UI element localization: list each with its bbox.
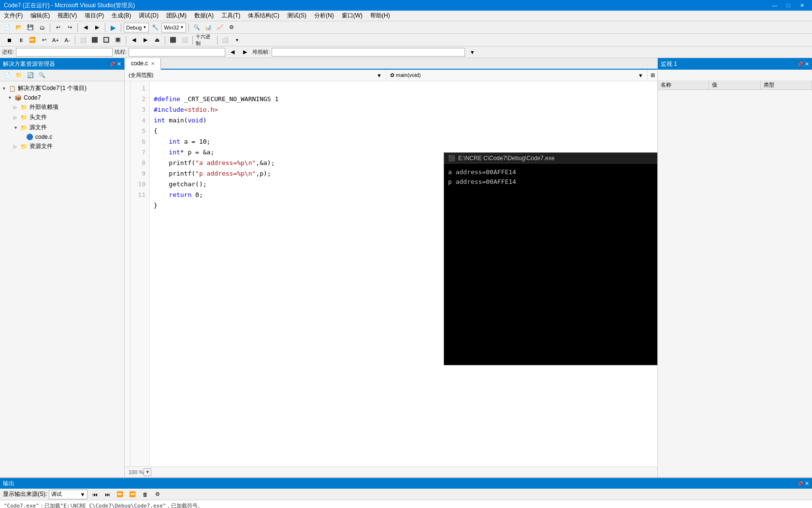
nav-expand-btn[interactable]: ⊞ xyxy=(648,71,657,80)
tb2-btn9[interactable]: 🔲 xyxy=(101,35,112,45)
wp-col-type: 类型 xyxy=(761,80,812,90)
op-btn3[interactable]: ⏩ xyxy=(115,490,125,499)
sources-item[interactable]: ▼ 📁 源文件 xyxy=(0,122,124,133)
save-all-btn[interactable]: 🗂 xyxy=(37,23,47,32)
tb-icon2[interactable]: 🔍 xyxy=(191,23,202,32)
tb2-btn3[interactable]: ⏩ xyxy=(27,35,38,45)
menu-build[interactable]: 生成(B) xyxy=(108,11,135,21)
wp-close[interactable]: ✕ xyxy=(805,61,809,67)
op-btn6[interactable]: ⚙ xyxy=(152,490,163,499)
op-btn1[interactable]: ⏮ xyxy=(89,490,100,499)
tb-icon3[interactable]: 📊 xyxy=(203,23,214,32)
se-pin[interactable]: 📌 xyxy=(109,61,115,67)
wp-col-headers: 名称 值 类型 xyxy=(658,80,812,90)
tb2-btn2[interactable]: ⏸ xyxy=(15,35,26,45)
op-content[interactable]: "Code7.exe"：已加载"E:\NCRE C\Code7\Debug\Co… xyxy=(0,500,812,508)
op-btn4[interactable]: ⏪ xyxy=(127,490,138,499)
tb-icon1[interactable]: 🔧 xyxy=(150,23,160,32)
tab-code-c[interactable]: code.c ✕ xyxy=(125,58,161,70)
project-item[interactable]: ▼ 📦 Code7 xyxy=(0,93,124,102)
tab-close-icon[interactable]: ✕ xyxy=(151,61,155,66)
zoom-bar: 100 % ▼ xyxy=(125,466,657,477)
tb2-btn12[interactable]: ▶ xyxy=(140,35,151,45)
platform-dropdown[interactable]: Win32▼ xyxy=(161,23,186,32)
tb2-btn14[interactable]: ⬛ xyxy=(168,35,178,45)
output-source-dropdown[interactable]: 调试 ▼ xyxy=(49,490,87,499)
function-dropdown[interactable]: ✿ main(void) ▼ xyxy=(386,70,648,81)
sep9 xyxy=(192,36,193,45)
tb-icon4[interactable]: 📈 xyxy=(215,23,225,32)
resources-item[interactable]: ▷ 📁 资源文件 xyxy=(0,141,124,151)
tb2-btn10[interactable]: 🔳 xyxy=(113,35,123,45)
menu-analyze[interactable]: 分析(N) xyxy=(310,11,338,21)
code-file-item[interactable]: 🔵 code.c xyxy=(0,133,124,141)
menu-team[interactable]: 团队(M) xyxy=(162,11,190,21)
tb2-btn6[interactable]: A- xyxy=(62,35,72,45)
menu-tools[interactable]: 工具(T) xyxy=(218,11,244,21)
editor-area: code.c ✕ (全局范围) ▼ ✿ main(void) ▼ ⊞ 1 2 3… xyxy=(125,58,657,477)
se-tree: ▼ 📋 解决方案'Code7'(1 个项目) ▼ 📦 Code7 ▷ 📁 外部依… xyxy=(0,81,124,477)
menu-window[interactable]: 窗口(W) xyxy=(338,11,366,21)
menu-data[interactable]: 数据(A) xyxy=(190,11,218,21)
tb2-btn1[interactable]: ⏹ xyxy=(4,35,14,45)
tb2-btn11[interactable]: ◀ xyxy=(129,35,139,45)
tb2-btn17[interactable]: ▾ xyxy=(232,35,242,45)
undo-btn[interactable]: ↩ xyxy=(53,23,63,32)
menu-architecture[interactable]: 体系结构(C) xyxy=(244,11,283,21)
headers-item[interactable]: ▷ 📁 头文件 xyxy=(0,112,124,122)
save-btn[interactable]: 💾 xyxy=(25,23,36,32)
tb2-btn15[interactable]: ⬜ xyxy=(179,35,190,45)
sep1 xyxy=(50,23,50,32)
menu-project[interactable]: 项目(P) xyxy=(81,11,108,21)
process-input[interactable] xyxy=(16,48,113,57)
thread-input[interactable] xyxy=(129,48,225,57)
tb2-btn8[interactable]: ⬛ xyxy=(89,35,100,45)
tb2-btn4[interactable]: ↩ xyxy=(39,35,49,45)
tb2-btn13[interactable]: ⏏ xyxy=(152,35,162,45)
zoom-btn[interactable]: ▼ xyxy=(144,468,151,476)
se-btn3[interactable]: 🔄 xyxy=(25,71,36,80)
hexmode-btn[interactable]: 十六进制 xyxy=(195,35,215,45)
se-close[interactable]: ✕ xyxy=(117,61,121,67)
stack-input[interactable] xyxy=(272,48,465,57)
se-btn2[interactable]: 📁 xyxy=(14,71,24,80)
addr-btn2[interactable]: ▶ xyxy=(240,47,250,57)
close-button[interactable]: ✕ xyxy=(796,0,808,11)
external-deps-item[interactable]: ▷ 📁 外部依赖项 xyxy=(0,102,124,112)
minimize-button[interactable]: — xyxy=(768,0,781,11)
op-btn2[interactable]: ⏭ xyxy=(102,490,113,499)
tb2-btn16[interactable]: ⬜ xyxy=(220,35,231,45)
open-btn[interactable]: 📂 xyxy=(14,23,24,32)
output-panel: 输出 📌 ✕ 显示输出来源(S): 调试 ▼ ⏮ ⏭ ⏩ ⏪ 🗑 ⚙ "Code… xyxy=(0,478,812,508)
tb2-btn7[interactable]: ⬜ xyxy=(78,35,88,45)
console-line1: a address=00AFFE14 xyxy=(448,167,657,177)
menu-debug[interactable]: 调试(D) xyxy=(135,11,162,21)
forward-btn[interactable]: ▶ xyxy=(92,23,102,32)
maximize-button[interactable]: □ xyxy=(782,0,795,11)
new-project-btn[interactable]: 📄 xyxy=(2,23,13,32)
addr-btn1[interactable]: ◀ xyxy=(227,47,238,57)
menu-help[interactable]: 帮助(H) xyxy=(366,11,394,21)
menu-view[interactable]: 视图(V) xyxy=(54,11,81,21)
solution-explorer: 解决方案资源管理器 📌 ✕ 📄 📁 🔄 🔍 ▼ 📋 解决方案'Code7'(1 … xyxy=(0,58,125,477)
menu-test[interactable]: 测试(S) xyxy=(283,11,310,21)
tb2-btn5[interactable]: A+ xyxy=(50,35,61,45)
debug-config-dropdown[interactable]: Debug▼ xyxy=(124,23,149,32)
menu-edit[interactable]: 编辑(E) xyxy=(27,11,54,21)
menu-file[interactable]: 文件(F) xyxy=(0,11,27,21)
solution-item[interactable]: ▼ 📋 解决方案'Code7'(1 个项目) xyxy=(0,83,124,93)
wp-pin[interactable]: 📌 xyxy=(797,61,803,67)
toolbar1: 📄 📂 💾 🗂 ↩ ↪ ◀ ▶ ▶ Debug▼ 🔧 Win32▼ 🔍 📊 📈 … xyxy=(0,21,812,34)
se-btn1[interactable]: 📄 xyxy=(2,71,13,80)
redo-btn[interactable]: ↪ xyxy=(64,23,75,32)
se-btn4[interactable]: 🔍 xyxy=(37,71,47,80)
op-pin[interactable]: 📌 xyxy=(797,481,803,486)
tb-icon5[interactable]: ⚙ xyxy=(226,23,237,32)
addr-btn3[interactable]: ▼ xyxy=(467,47,478,57)
start-debug-btn[interactable]: ▶ xyxy=(108,23,118,32)
back-btn[interactable]: ◀ xyxy=(80,23,91,32)
op-close[interactable]: ✕ xyxy=(805,480,809,487)
op-btn5[interactable]: 🗑 xyxy=(140,490,150,499)
scope-dropdown[interactable]: (全局范围) ▼ xyxy=(125,70,386,81)
stack-label: 堆栈帧: xyxy=(252,48,270,56)
